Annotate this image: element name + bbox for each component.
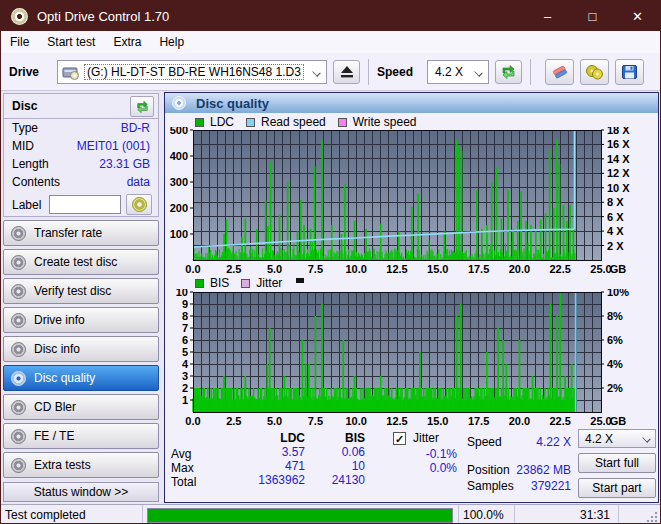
ldc-avg: 3.57 — [225, 445, 305, 459]
svg-text:14 X: 14 X — [607, 153, 630, 165]
rescan-button[interactable] — [495, 60, 522, 84]
label-row: Label — [4, 191, 158, 215]
write-label-button[interactable] — [126, 194, 152, 215]
sidebar-item-cd-bler[interactable]: CD Bler — [3, 394, 159, 420]
label-input[interactable] — [49, 195, 121, 214]
svg-text:7.5: 7.5 — [308, 415, 323, 427]
svg-text:6 X: 6 X — [607, 211, 624, 223]
disc-icon — [11, 313, 26, 328]
svg-text:9: 9 — [182, 298, 188, 310]
eraser-icon — [551, 64, 569, 80]
disc-icon — [11, 458, 26, 473]
drive-select[interactable]: (G:) HL-DT-ST BD-RE WH16NS48 1.D3 — [57, 60, 327, 84]
svg-text:2.5: 2.5 — [226, 415, 241, 427]
menubar: File Start test Extra Help — [1, 31, 660, 53]
resize-grip[interactable] — [646, 511, 658, 523]
sidebar-item-transfer-rate[interactable]: Transfer rate — [3, 220, 159, 246]
sidebar-item-drive-info[interactable]: Drive info — [3, 307, 159, 333]
menu-extra[interactable]: Extra — [104, 31, 150, 53]
max-row-label: Max — [171, 461, 196, 475]
sidebar-item-extra-tests[interactable]: Extra tests — [3, 452, 159, 478]
disc-icon — [11, 429, 26, 444]
speed-select[interactable]: 4.2 X — [427, 60, 489, 84]
app-window: Opti Drive Control 1.70 – □ ✕ File Start… — [0, 0, 661, 524]
start-full-button[interactable]: Start full — [578, 453, 656, 473]
sidebar-item-fe-te[interactable]: FE / TE — [3, 423, 159, 449]
samples-stat-value: 379221 — [505, 479, 571, 493]
bis-avg: 0.06 — [310, 445, 365, 459]
sidebar-item-disc-quality[interactable]: Disc quality — [3, 365, 159, 391]
test-speed-select[interactable]: 4.2 X — [578, 429, 656, 448]
eject-button[interactable] — [333, 60, 360, 84]
erase-disc-button[interactable] — [545, 59, 574, 85]
svg-text:10.0: 10.0 — [345, 415, 366, 427]
svg-text:4 X: 4 X — [607, 225, 624, 237]
svg-text:2: 2 — [182, 382, 188, 394]
svg-text:8%: 8% — [607, 310, 623, 322]
maximize-button[interactable]: □ — [570, 1, 615, 31]
svg-text:12 X: 12 X — [607, 167, 630, 179]
disc-row-mid: MIDMEIT01 (001) — [4, 137, 158, 155]
refresh-icon — [500, 64, 517, 80]
status-window-button[interactable]: Status window >> — [3, 482, 159, 502]
svg-text:15.0: 15.0 — [427, 415, 448, 427]
svg-text:10%: 10% — [607, 289, 629, 298]
svg-text:12.5: 12.5 — [386, 263, 407, 275]
svg-text:300: 300 — [170, 176, 188, 188]
stats-area: LDC 3.57 471 1363962 Avg Max Total BIS 0… — [165, 427, 658, 504]
bis-max: 10 — [310, 459, 365, 473]
disc-tools-button[interactable] — [580, 59, 609, 85]
jitter-max: 0.0% — [397, 461, 457, 475]
ldc-legend-swatch — [195, 118, 204, 127]
panel-title: Disc quality — [196, 96, 269, 111]
menu-help[interactable]: Help — [150, 31, 193, 53]
start-part-button[interactable]: Start part — [578, 478, 656, 498]
sidebar-item-verify-test-disc[interactable]: Verify test disc — [3, 278, 159, 304]
sidebar: Disc TypeBD-R MIDMEIT01 (001) Length23 — [1, 91, 161, 504]
disc-panel-title: Disc — [12, 99, 37, 113]
svg-text:16 X: 16 X — [607, 138, 630, 150]
svg-text:10.0: 10.0 — [345, 263, 366, 275]
content: Disc TypeBD-R MIDMEIT01 (001) Length23 — [1, 91, 661, 504]
ldc-column-header: LDC — [225, 431, 305, 445]
disc-icon — [11, 400, 26, 415]
elapsed-time: 31:31 — [580, 508, 610, 522]
app-cd-icon — [11, 8, 28, 25]
drive-icon — [62, 64, 80, 80]
panel-header: Disc quality — [165, 93, 658, 113]
window-title: Opti Drive Control 1.70 — [37, 9, 169, 24]
speed-stat-label: Speed — [467, 435, 502, 449]
svg-text:2.5: 2.5 — [226, 263, 241, 275]
titlebar: Opti Drive Control 1.70 – □ ✕ — [1, 1, 660, 31]
separator — [530, 59, 531, 85]
svg-text:17.5: 17.5 — [468, 415, 489, 427]
close-button[interactable]: ✕ — [615, 1, 660, 31]
position-stat-value: 23862 MB — [505, 463, 571, 477]
svg-text:7: 7 — [182, 322, 188, 334]
refresh-disc-button[interactable] — [130, 96, 154, 117]
svg-text:18 X: 18 X — [607, 127, 630, 136]
sidebar-item-create-test-disc[interactable]: Create test disc — [3, 249, 159, 275]
jitter-checkbox[interactable]: ✓ — [393, 432, 406, 445]
svg-text:2 X: 2 X — [607, 240, 624, 252]
sidebar-item-disc-info[interactable]: Disc info — [3, 336, 159, 362]
disc-quality-panel: Disc quality LDC Read speed Write speed … — [164, 92, 659, 503]
svg-text:25.0: 25.0 — [590, 415, 611, 427]
drive-label: Drive — [9, 65, 39, 79]
menu-file[interactable]: File — [1, 31, 38, 53]
save-button[interactable] — [615, 59, 644, 85]
bis-total: 24130 — [310, 473, 365, 487]
svg-text:15.0: 15.0 — [427, 263, 448, 275]
menu-start-test[interactable]: Start test — [38, 31, 104, 53]
svg-text:1: 1 — [182, 394, 188, 406]
minimize-button[interactable]: – — [525, 1, 570, 31]
contents-link[interactable]: data — [127, 175, 150, 191]
svg-text:10 X: 10 X — [607, 182, 630, 194]
disc-row-type: TypeBD-R — [4, 119, 158, 137]
position-stat-label: Position — [467, 463, 510, 477]
ldc-speed-chart: 1002003004005002 X4 X6 X8 X10 X12 X14 X1… — [165, 127, 660, 275]
ldc-total: 1363962 — [225, 473, 305, 487]
speed-value: 4.2 X — [435, 65, 463, 79]
disc-icon — [172, 96, 186, 110]
statusbar: Test completed 100.0% 31:31 — [1, 504, 660, 524]
